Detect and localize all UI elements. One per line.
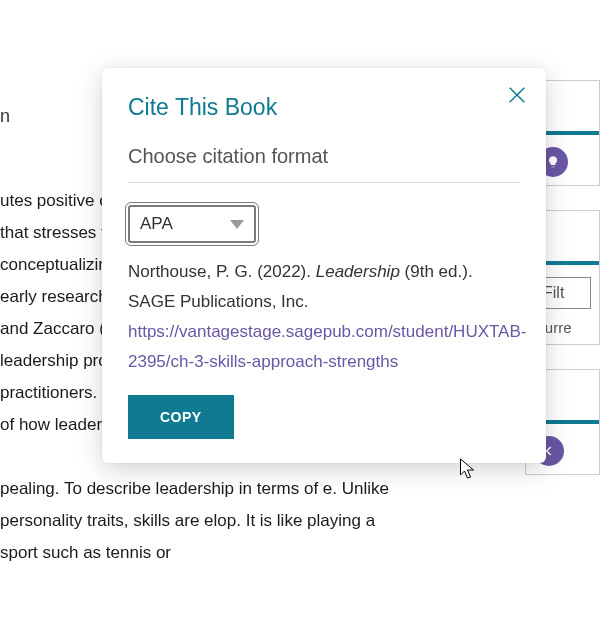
bg-heading-fragment: n: [0, 106, 10, 127]
citation-title-italic: Leadership: [316, 262, 400, 281]
modal-subtitle: Choose citation format: [128, 145, 520, 168]
modal-title: Cite This Book: [128, 94, 520, 121]
cite-modal: Cite This Book Choose citation format AP…: [102, 68, 546, 463]
chevron-down-icon: [230, 220, 244, 229]
citation-prefix: Northouse, P. G. (2022).: [128, 262, 316, 281]
citation-format-value: APA: [140, 214, 173, 234]
divider: [128, 182, 520, 183]
citation-url-link[interactable]: https://vantagestage.sagepub.com/student…: [128, 322, 526, 371]
close-icon[interactable]: [506, 84, 528, 110]
citation-text: Northouse, P. G. (2022). Leadership (9th…: [128, 257, 520, 377]
copy-button[interactable]: COPY: [128, 395, 234, 439]
citation-format-select[interactable]: APA: [128, 205, 256, 243]
mouse-cursor-icon: [459, 458, 476, 484]
